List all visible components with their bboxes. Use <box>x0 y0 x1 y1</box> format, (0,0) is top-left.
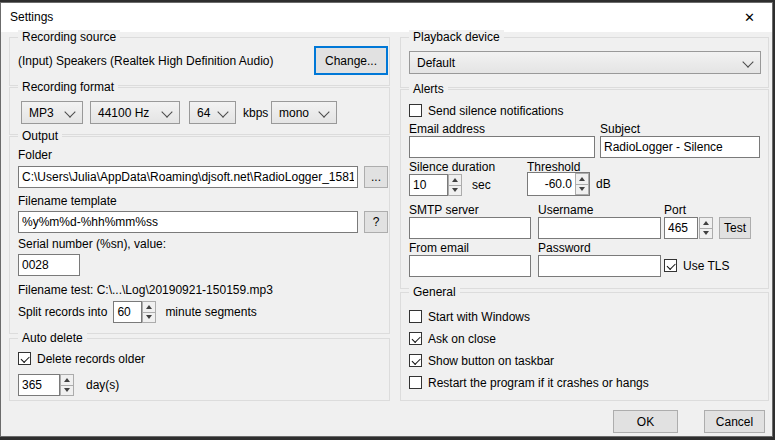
subject-label: Subject <box>600 122 640 136</box>
delete-records-row: Delete records older <box>18 351 145 366</box>
ask-on-close-row: Ask on close <box>409 331 496 346</box>
codec-select[interactable]: MP3 <box>21 101 83 124</box>
spin-down-icon <box>452 188 458 192</box>
from-email-label: From email <box>409 241 469 255</box>
split-minutes-spinner <box>142 301 156 323</box>
spin-down-button[interactable] <box>60 385 74 397</box>
spin-down-button[interactable] <box>575 184 589 196</box>
template-help-button[interactable]: ? <box>364 211 388 233</box>
auto-delete-group: Auto delete Delete records older day(s) <box>9 338 390 401</box>
serial-number-label: Serial number (%sn), value: <box>18 237 166 251</box>
silence-duration-label: Silence duration <box>409 160 495 174</box>
restart-on-crash-checkbox[interactable] <box>409 376 422 389</box>
playback-device-label: Playback device <box>409 30 504 44</box>
sample-rate-value: 44100 Hz <box>98 106 149 120</box>
silence-duration-spinner <box>448 174 462 196</box>
split-records-row: Split records into minute segments <box>18 300 257 324</box>
general-group: General Start with Windows Ask on close … <box>400 292 769 401</box>
ask-on-close-checkbox[interactable] <box>409 332 422 345</box>
delete-records-label: Delete records older <box>37 352 145 366</box>
titlebar[interactable]: Settings ✕ <box>1 3 772 32</box>
bitrate-value: 64 <box>197 106 210 120</box>
threshold-value[interactable]: -60.0 <box>528 173 575 195</box>
spin-up-icon <box>579 177 585 181</box>
filename-template-input[interactable] <box>18 211 358 233</box>
filename-template-label: Filename template <box>18 194 117 208</box>
folder-label: Folder <box>18 148 52 162</box>
codec-value: MP3 <box>29 106 54 120</box>
start-with-windows-label: Start with Windows <box>428 310 530 324</box>
output-group: Output Folder ... Filename template ? Se… <box>9 136 390 334</box>
output-label: Output <box>18 129 62 143</box>
alerts-label: Alerts <box>409 82 448 96</box>
spin-down-button[interactable] <box>142 312 156 324</box>
split-minutes-input[interactable] <box>113 301 142 323</box>
port-spinner <box>699 217 713 239</box>
window-title: Settings <box>10 10 53 24</box>
close-icon[interactable]: ✕ <box>727 3 772 32</box>
use-tls-row: Use TLS <box>664 258 729 273</box>
username-label: Username <box>538 203 593 217</box>
browse-folder-button[interactable]: ... <box>364 166 388 188</box>
restart-on-crash-row: Restart the program if it crashes or han… <box>409 375 649 390</box>
smtp-server-label: SMTP server <box>409 203 479 217</box>
password-input[interactable] <box>538 255 661 277</box>
smtp-server-input[interactable] <box>409 217 531 239</box>
recording-source-label: Recording source <box>18 30 120 44</box>
cancel-button[interactable]: Cancel <box>704 410 765 433</box>
use-tls-checkbox[interactable] <box>664 259 677 272</box>
spin-down-button[interactable] <box>448 185 462 197</box>
silence-notifications-row: Send silence notifications <box>409 103 563 118</box>
silence-notifications-label: Send silence notifications <box>428 104 563 118</box>
split-suffix-label: minute segments <box>165 305 256 319</box>
restart-on-crash-label: Restart the program if it crashes or han… <box>428 376 649 390</box>
silence-notifications-checkbox[interactable] <box>409 104 422 117</box>
show-taskbar-button-checkbox[interactable] <box>409 354 422 367</box>
subject-input[interactable] <box>600 136 760 158</box>
spin-down-icon <box>703 231 709 235</box>
silence-duration-input[interactable] <box>409 174 448 196</box>
sample-rate-select[interactable]: 44100 Hz <box>90 101 180 124</box>
serial-number-input[interactable] <box>18 254 80 276</box>
password-label: Password <box>538 241 591 255</box>
alerts-group: Alerts Send silence notifications Email … <box>400 89 769 289</box>
bitrate-select[interactable]: 64 <box>189 101 236 124</box>
threshold-spinfield[interactable]: -60.0 <box>527 172 590 196</box>
spin-down-button[interactable] <box>699 228 713 240</box>
port-input[interactable] <box>664 217 698 239</box>
kbps-label: kbps <box>243 106 268 120</box>
chevron-down-icon <box>217 106 228 117</box>
settings-dialog: Settings ✕ Recording source (Input) Spea… <box>0 2 773 437</box>
days-input[interactable] <box>18 374 60 396</box>
delete-records-checkbox[interactable] <box>18 352 31 365</box>
port-label: Port <box>664 203 686 217</box>
chevron-down-icon <box>64 106 75 117</box>
username-input[interactable] <box>538 217 661 239</box>
spin-down-icon <box>146 315 152 319</box>
channels-value: mono <box>279 106 309 120</box>
general-label: General <box>409 285 460 299</box>
from-email-input[interactable] <box>409 255 531 277</box>
ask-on-close-label: Ask on close <box>428 332 496 346</box>
chevron-down-icon <box>161 106 172 117</box>
spin-up-icon <box>452 178 458 182</box>
days-row: day(s) <box>18 373 119 397</box>
ok-button[interactable]: OK <box>613 410 678 433</box>
spin-up-icon <box>146 305 152 309</box>
chevron-down-icon <box>318 106 329 117</box>
start-with-windows-row: Start with Windows <box>409 309 530 324</box>
filename-test-text: Filename test: C:\...\Log\20190921-15015… <box>18 283 273 297</box>
email-address-input[interactable] <box>409 136 595 158</box>
split-prefix-label: Split records into <box>18 305 107 319</box>
playback-device-value: Default <box>417 56 455 70</box>
playback-device-select[interactable]: Default <box>409 51 761 74</box>
change-button[interactable]: Change... <box>314 46 388 75</box>
spin-down-icon <box>579 187 585 191</box>
auto-delete-label: Auto delete <box>18 331 87 345</box>
days-suffix-label: day(s) <box>86 378 119 392</box>
folder-input[interactable] <box>18 166 358 188</box>
start-with-windows-checkbox[interactable] <box>409 310 422 323</box>
silence-duration-row: sec <box>409 173 491 197</box>
test-button[interactable]: Test <box>719 217 751 239</box>
channels-select[interactable]: mono <box>271 101 337 124</box>
